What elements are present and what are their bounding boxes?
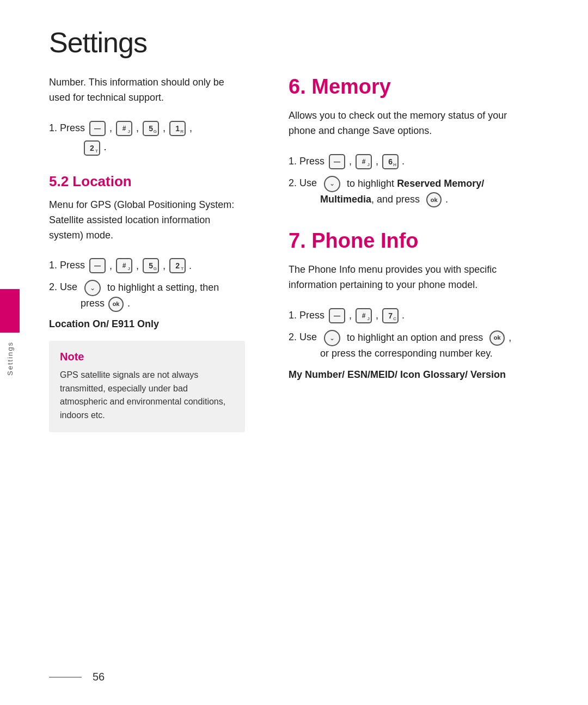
memory-step-1-num: 1. Press xyxy=(289,154,324,169)
location-bold-items: Location On/ E911 Only xyxy=(49,318,245,330)
key-pound-mem: #J xyxy=(356,154,372,169)
note-text: GPS satellite signals are not always tra… xyxy=(60,369,234,422)
main-content: Number. This information should only be … xyxy=(0,75,588,705)
key-1: 1R xyxy=(169,121,186,136)
key-dash-mem: — xyxy=(329,154,345,169)
nav-icon-loc: ⌄ xyxy=(84,280,101,296)
sidebar-tab: Settings xyxy=(0,261,20,381)
memory-step-2-body: ⌄ to highlight Reserved Memory/ Multimed… xyxy=(320,176,523,207)
memory-step-2: 2. Use ⌄ to highlight Reserved Memory/ M… xyxy=(289,176,523,207)
phone-info-step-1: 1. Press — , #J , 7C . xyxy=(289,308,523,323)
page: Settings Settings Number. This informati… xyxy=(0,0,588,705)
sidebar-label: Settings xyxy=(6,341,14,376)
phone-info-desc: The Phone Info menu provides you with sp… xyxy=(289,262,523,293)
key-5-loc: 5G xyxy=(143,258,159,273)
step-1-line: 1. Press — , #J , 5G , 1R , xyxy=(49,121,245,136)
memory-desc: Allows you to check out the memory statu… xyxy=(289,108,523,139)
ok-icon-mem: ok xyxy=(426,192,442,207)
page-number: 56 xyxy=(93,671,105,683)
page-title: Settings xyxy=(0,0,588,75)
step-1-keys: — , #J , 5G , 1R , xyxy=(88,121,193,136)
sidebar-pink-bar xyxy=(0,289,20,333)
section-52-heading: 5.2 Location xyxy=(49,173,245,190)
key-dash: — xyxy=(89,121,106,136)
location-step-1: 1. Press — , #J , 5G , 2T . xyxy=(49,258,245,273)
intro-text: Number. This information should only be … xyxy=(49,75,245,106)
location-step-1-keys: — , #J , 5G , 2T . xyxy=(88,258,192,273)
key-2-loc: 2T xyxy=(169,258,186,273)
ok-icon-loc: ok xyxy=(108,297,124,312)
note-label: Note xyxy=(60,351,234,363)
note-box: Note GPS satellite signals are not alway… xyxy=(49,341,245,432)
step-1-key2-line: 2T . xyxy=(49,140,245,156)
phone-info-step-1-keys: — , #J , 7C . xyxy=(328,308,405,323)
key-6-mem: 6H xyxy=(382,154,399,169)
bottom-bar: 56 xyxy=(49,671,555,683)
section-7-heading: 7. Phone Info xyxy=(289,229,523,253)
key-2: 2T xyxy=(84,140,100,156)
phone-info-step-2: 2. Use ⌄ to highlight an option and pres… xyxy=(289,330,523,361)
key-pound-loc: #J xyxy=(116,258,132,273)
location-step-2: 2. Use ⌄ to highlight a setting, then pr… xyxy=(49,280,245,311)
key-7-pi: 7C xyxy=(382,308,399,323)
phone-info-step-1-num: 1. Press xyxy=(289,308,324,323)
phone-info-step-2-num: 2. Use xyxy=(289,330,317,345)
left-column: Number. This information should only be … xyxy=(0,75,267,705)
nav-icon-pi: ⌄ xyxy=(324,330,340,346)
location-step-2-body: ⌄ to highlight a setting, then press ok … xyxy=(81,280,245,311)
section-6-heading: 6. Memory xyxy=(289,75,523,99)
bottom-line xyxy=(49,677,82,678)
phone-info-bold-items: My Number/ ESN/MEID/ Icon Glossary/ Vers… xyxy=(289,369,523,381)
key-dash-loc: — xyxy=(89,258,106,273)
phone-info-step-2-body: ⌄ to highlight an option and press ok , … xyxy=(320,330,523,361)
memory-step-1: 1. Press — , #J , 6H . xyxy=(289,154,523,169)
key-pound: #J xyxy=(116,121,132,136)
right-column: 6. Memory Allows you to check out the me… xyxy=(267,75,555,705)
location-step-2-num: 2. Use xyxy=(49,280,77,295)
step-1-num: 1. Press xyxy=(49,121,85,136)
key-5: 5G xyxy=(143,121,159,136)
memory-step-1-keys: — , #J , 6H . xyxy=(328,154,405,169)
key-pound-pi: #J xyxy=(356,308,372,323)
location-desc: Menu for GPS (Global Positioning System:… xyxy=(49,198,245,243)
memory-bold: Reserved Memory/ Multimedia xyxy=(320,178,484,205)
key-dash-pi: — xyxy=(329,308,345,323)
location-step-1-num: 1. Press xyxy=(49,258,85,273)
ok-icon-pi: ok xyxy=(489,330,505,346)
nav-icon-mem: ⌄ xyxy=(324,176,340,192)
memory-step-2-num: 2. Use xyxy=(289,176,317,191)
